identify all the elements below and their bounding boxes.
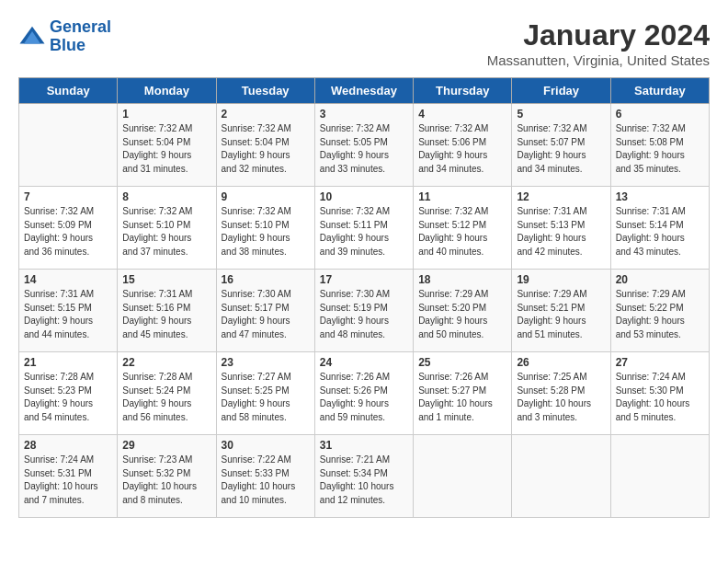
calendar-cell: 28Sunrise: 7:24 AM Sunset: 5:31 PM Dayli… [19,435,118,518]
calendar-cell: 19Sunrise: 7:29 AM Sunset: 5:21 PM Dayli… [512,270,610,352]
calendar-cell: 23Sunrise: 7:27 AM Sunset: 5:25 PM Dayli… [216,352,314,435]
day-number: 10 [320,190,408,203]
day-info: Sunrise: 7:24 AM Sunset: 5:30 PM Dayligh… [616,371,704,424]
day-info: Sunrise: 7:32 AM Sunset: 5:12 PM Dayligh… [418,205,506,259]
day-number: 5 [517,108,605,121]
calendar-cell: 20Sunrise: 7:29 AM Sunset: 5:22 PM Dayli… [610,270,709,352]
day-number: 11 [418,190,506,203]
calendar-cell [610,435,709,518]
calendar-day-header: Friday [512,78,610,104]
day-number: 23 [222,356,310,369]
calendar-cell: 13Sunrise: 7:31 AM Sunset: 5:14 PM Dayli… [610,187,709,270]
calendar-day-header: Tuesday [216,78,314,104]
calendar-cell: 9Sunrise: 7:32 AM Sunset: 5:10 PM Daylig… [216,187,314,270]
day-info: Sunrise: 7:32 AM Sunset: 5:07 PM Dayligh… [517,122,605,176]
day-number: 7 [24,190,112,203]
day-number: 6 [616,108,704,121]
calendar-cell: 14Sunrise: 7:31 AM Sunset: 5:15 PM Dayli… [19,270,118,352]
calendar-cell: 25Sunrise: 7:26 AM Sunset: 5:27 PM Dayli… [414,352,512,435]
day-number: 19 [517,273,605,286]
day-number: 21 [24,356,112,369]
calendar-cell: 6Sunrise: 7:32 AM Sunset: 5:08 PM Daylig… [610,104,709,187]
logo-blue: Blue [50,36,85,54]
calendar-day-header: Saturday [610,78,709,104]
calendar-cell: 7Sunrise: 7:32 AM Sunset: 5:09 PM Daylig… [19,187,118,270]
day-info: Sunrise: 7:32 AM Sunset: 5:09 PM Dayligh… [24,205,112,259]
calendar-cell: 3Sunrise: 7:32 AM Sunset: 5:05 PM Daylig… [314,104,413,187]
day-info: Sunrise: 7:32 AM Sunset: 5:04 PM Dayligh… [222,122,310,176]
day-number: 28 [24,439,112,452]
calendar-cell: 18Sunrise: 7:29 AM Sunset: 5:20 PM Dayli… [414,270,512,352]
day-info: Sunrise: 7:28 AM Sunset: 5:24 PM Dayligh… [122,371,210,424]
day-number: 17 [320,273,408,286]
header: General Blue January 2024 Massanutten, V… [18,18,710,68]
day-info: Sunrise: 7:24 AM Sunset: 5:31 PM Dayligh… [24,454,112,507]
day-number: 15 [122,273,210,286]
day-info: Sunrise: 7:31 AM Sunset: 5:13 PM Dayligh… [517,205,605,259]
subtitle: Massanutten, Virginia, United States [487,52,710,68]
calendar-cell: 4Sunrise: 7:32 AM Sunset: 5:06 PM Daylig… [414,104,512,187]
day-number: 14 [24,273,112,286]
day-number: 22 [122,356,210,369]
calendar-header-row: SundayMondayTuesdayWednesdayThursdayFrid… [19,78,710,104]
calendar-week-row: 1Sunrise: 7:32 AM Sunset: 5:04 PM Daylig… [19,104,710,187]
calendar-day-header: Monday [118,78,216,104]
day-info: Sunrise: 7:31 AM Sunset: 5:14 PM Dayligh… [616,205,704,259]
day-number: 2 [222,108,310,121]
day-info: Sunrise: 7:31 AM Sunset: 5:16 PM Dayligh… [122,288,210,341]
title-block: January 2024 Massanutten, Virginia, Unit… [487,18,710,68]
calendar-cell: 27Sunrise: 7:24 AM Sunset: 5:30 PM Dayli… [610,352,709,435]
day-info: Sunrise: 7:29 AM Sunset: 5:21 PM Dayligh… [517,288,605,341]
day-number: 16 [222,273,310,286]
logo-general: General [50,17,111,36]
calendar-week-row: 14Sunrise: 7:31 AM Sunset: 5:15 PM Dayli… [19,270,710,352]
day-info: Sunrise: 7:32 AM Sunset: 5:05 PM Dayligh… [320,122,408,176]
logo: General Blue [18,18,111,55]
day-info: Sunrise: 7:26 AM Sunset: 5:27 PM Dayligh… [418,371,506,424]
day-number: 27 [616,356,704,369]
day-number: 13 [616,190,704,203]
day-info: Sunrise: 7:29 AM Sunset: 5:20 PM Dayligh… [418,288,506,341]
day-number: 9 [222,190,310,203]
calendar-cell: 29Sunrise: 7:23 AM Sunset: 5:32 PM Dayli… [118,435,216,518]
logo-icon [18,23,46,51]
calendar-cell: 15Sunrise: 7:31 AM Sunset: 5:16 PM Dayli… [118,270,216,352]
calendar-cell: 21Sunrise: 7:28 AM Sunset: 5:23 PM Dayli… [19,352,118,435]
calendar-week-row: 7Sunrise: 7:32 AM Sunset: 5:09 PM Daylig… [19,187,710,270]
day-number: 8 [122,190,210,203]
day-info: Sunrise: 7:30 AM Sunset: 5:17 PM Dayligh… [222,288,310,341]
calendar-cell: 1Sunrise: 7:32 AM Sunset: 5:04 PM Daylig… [118,104,216,187]
day-info: Sunrise: 7:27 AM Sunset: 5:25 PM Dayligh… [222,371,310,424]
calendar-cell: 24Sunrise: 7:26 AM Sunset: 5:26 PM Dayli… [314,352,413,435]
calendar-day-header: Thursday [414,78,512,104]
calendar-cell: 26Sunrise: 7:25 AM Sunset: 5:28 PM Dayli… [512,352,610,435]
calendar-cell: 11Sunrise: 7:32 AM Sunset: 5:12 PM Dayli… [414,187,512,270]
day-info: Sunrise: 7:32 AM Sunset: 5:10 PM Dayligh… [222,205,310,259]
calendar-week-row: 21Sunrise: 7:28 AM Sunset: 5:23 PM Dayli… [19,352,710,435]
day-number: 3 [320,108,408,121]
calendar-day-header: Wednesday [314,78,413,104]
day-info: Sunrise: 7:30 AM Sunset: 5:19 PM Dayligh… [320,288,408,341]
day-info: Sunrise: 7:26 AM Sunset: 5:26 PM Dayligh… [320,371,408,424]
day-info: Sunrise: 7:32 AM Sunset: 5:04 PM Dayligh… [122,122,210,176]
day-info: Sunrise: 7:28 AM Sunset: 5:23 PM Dayligh… [24,371,112,424]
calendar-cell: 8Sunrise: 7:32 AM Sunset: 5:10 PM Daylig… [118,187,216,270]
day-number: 4 [418,108,506,121]
main-title: January 2024 [487,18,710,52]
day-number: 29 [122,439,210,452]
calendar-table: SundayMondayTuesdayWednesdayThursdayFrid… [18,77,710,518]
day-number: 25 [418,356,506,369]
day-info: Sunrise: 7:32 AM Sunset: 5:11 PM Dayligh… [320,205,408,259]
calendar-cell: 12Sunrise: 7:31 AM Sunset: 5:13 PM Dayli… [512,187,610,270]
day-info: Sunrise: 7:23 AM Sunset: 5:32 PM Dayligh… [122,454,210,507]
day-number: 20 [616,273,704,286]
day-number: 30 [222,439,310,452]
logo-text: General Blue [50,18,111,55]
day-info: Sunrise: 7:32 AM Sunset: 5:10 PM Dayligh… [122,205,210,259]
day-info: Sunrise: 7:32 AM Sunset: 5:08 PM Dayligh… [616,122,704,176]
day-number: 18 [418,273,506,286]
day-number: 12 [517,190,605,203]
calendar-cell: 2Sunrise: 7:32 AM Sunset: 5:04 PM Daylig… [216,104,314,187]
day-info: Sunrise: 7:21 AM Sunset: 5:34 PM Dayligh… [320,454,408,507]
calendar-cell: 31Sunrise: 7:21 AM Sunset: 5:34 PM Dayli… [314,435,413,518]
